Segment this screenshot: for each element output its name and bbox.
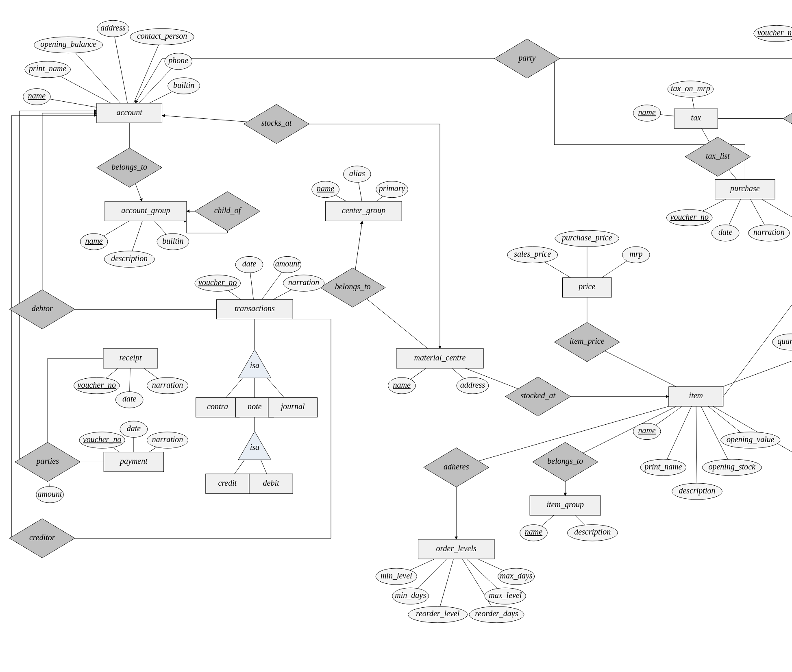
attribute-mc_name: name bbox=[388, 377, 416, 394]
svg-text:description: description bbox=[111, 254, 148, 263]
relationship-item_price: item_price bbox=[554, 323, 620, 362]
svg-text:description: description bbox=[679, 486, 715, 495]
svg-text:sales_price: sales_price bbox=[514, 249, 551, 259]
svg-text:print_name: print_name bbox=[644, 462, 682, 471]
attribute-ig_desc: description bbox=[567, 525, 618, 541]
svg-text:purchase: purchase bbox=[729, 184, 760, 193]
svg-text:creditor: creditor bbox=[29, 533, 55, 542]
entity-material_centre: material_centre bbox=[396, 349, 483, 368]
svg-line-10 bbox=[335, 195, 346, 202]
entity-item: item bbox=[669, 387, 723, 406]
attribute-ag_name: name bbox=[80, 233, 108, 250]
attribute-rc_voucher: voucher_no bbox=[74, 377, 120, 394]
entity-purchase: purchase bbox=[715, 179, 775, 199]
attribute-acc_name: name bbox=[23, 89, 51, 105]
svg-text:contact_person: contact_person bbox=[137, 31, 187, 41]
entity-credit: credit bbox=[206, 474, 249, 493]
edge-stocks_at-account bbox=[162, 116, 248, 122]
svg-text:name: name bbox=[638, 426, 656, 435]
svg-line-23 bbox=[49, 481, 49, 487]
svg-text:journal: journal bbox=[280, 402, 305, 411]
svg-line-40 bbox=[729, 199, 741, 225]
svg-text:address: address bbox=[460, 380, 485, 389]
svg-text:price: price bbox=[578, 282, 595, 291]
svg-text:isa: isa bbox=[250, 361, 259, 370]
svg-line-2 bbox=[76, 53, 121, 103]
attribute-tax_on_mrp: tax_on_mrp bbox=[668, 81, 714, 97]
attribute-rc_date: date bbox=[115, 392, 143, 408]
attribute-item_name: name bbox=[633, 423, 661, 439]
attribute-pm_date: date bbox=[120, 421, 148, 437]
edge-belongs_to2-center_group bbox=[355, 221, 362, 269]
attribute-ig_name: name bbox=[520, 525, 548, 541]
relationship-tax_list2: tax_list bbox=[685, 137, 751, 176]
svg-text:voucher_no: voucher_no bbox=[78, 380, 116, 389]
svg-line-17 bbox=[106, 368, 118, 378]
svg-text:max_level: max_level bbox=[489, 591, 522, 600]
relationship-belongs_to1: belongs_to bbox=[97, 148, 162, 187]
svg-line-27 bbox=[418, 559, 447, 589]
svg-text:transactions: transactions bbox=[235, 304, 275, 313]
svg-line-41 bbox=[751, 199, 765, 225]
edge-debtor-account bbox=[42, 113, 97, 290]
svg-line-28 bbox=[440, 559, 453, 607]
svg-text:child_of: child_of bbox=[214, 206, 242, 215]
svg-line-39 bbox=[703, 199, 726, 211]
svg-text:narration: narration bbox=[152, 435, 183, 444]
svg-line-18 bbox=[130, 368, 131, 392]
attribute-acc_addr: address bbox=[97, 20, 129, 37]
relationship-belongs_to2: belongs_to bbox=[320, 268, 385, 307]
entity-account: account bbox=[97, 103, 162, 123]
svg-line-30 bbox=[466, 559, 497, 589]
attribute-item_ov: opening_value bbox=[721, 432, 780, 448]
svg-text:opening_balance: opening_balance bbox=[40, 39, 96, 49]
svg-text:party: party bbox=[518, 53, 535, 63]
attribute-tr_date: date bbox=[235, 256, 263, 273]
svg-line-4 bbox=[134, 45, 159, 103]
entity-account_group: account_group bbox=[105, 201, 187, 221]
attribute-acc_ob: opening_balance bbox=[34, 37, 103, 53]
entity-center_group: center_group bbox=[326, 201, 402, 221]
svg-text:receipt: receipt bbox=[119, 353, 141, 362]
svg-text:description: description bbox=[574, 527, 611, 537]
attribute-ag_desc: description bbox=[104, 251, 154, 267]
svg-text:account: account bbox=[117, 108, 143, 117]
svg-text:voucher_no: voucher_no bbox=[83, 435, 121, 444]
edge-isa2-debit bbox=[260, 458, 267, 474]
entity-debit: debit bbox=[249, 474, 293, 493]
svg-text:name: name bbox=[393, 380, 411, 389]
edge-belongs_to1-account_group bbox=[135, 183, 142, 201]
svg-text:amount: amount bbox=[38, 489, 62, 498]
svg-text:builtin: builtin bbox=[173, 81, 194, 89]
edge-parties-receipt bbox=[48, 358, 103, 442]
svg-text:opening_stock: opening_stock bbox=[708, 462, 756, 471]
svg-line-36 bbox=[602, 261, 627, 277]
attribute-pr_sales: sales_price bbox=[507, 247, 558, 263]
svg-line-49 bbox=[696, 406, 697, 483]
edge-belongs_to2-material_centre bbox=[367, 299, 428, 349]
attribute-pm_narr: narration bbox=[147, 432, 188, 448]
entity-contra: contra bbox=[196, 397, 239, 417]
attribute-tr_amount: amount bbox=[274, 256, 301, 273]
edge-sold-item bbox=[722, 349, 792, 386]
svg-line-22 bbox=[149, 447, 157, 452]
svg-text:primary: primary bbox=[378, 184, 405, 193]
svg-line-11 bbox=[359, 182, 362, 201]
svg-text:phone: phone bbox=[168, 56, 188, 65]
relationship-adheres: adheres bbox=[424, 448, 489, 487]
svg-text:narration: narration bbox=[152, 380, 183, 389]
svg-text:name: name bbox=[317, 184, 334, 193]
svg-text:print_name: print_name bbox=[28, 64, 66, 73]
svg-text:contra: contra bbox=[207, 402, 228, 411]
relationship-stocked_at: stocked_at bbox=[505, 377, 571, 416]
entity-note: note bbox=[236, 397, 274, 417]
svg-line-47 bbox=[656, 406, 682, 425]
entity-journal: journal bbox=[268, 397, 318, 417]
attribute-ag_builtin: builtin bbox=[157, 233, 189, 250]
edge-stocks_at-material_centre bbox=[309, 124, 440, 349]
svg-line-34 bbox=[544, 262, 570, 278]
attribute-acc_print: print_name bbox=[25, 61, 71, 78]
svg-text:debit: debit bbox=[263, 478, 279, 487]
svg-line-50 bbox=[701, 406, 728, 459]
svg-line-8 bbox=[132, 221, 142, 251]
